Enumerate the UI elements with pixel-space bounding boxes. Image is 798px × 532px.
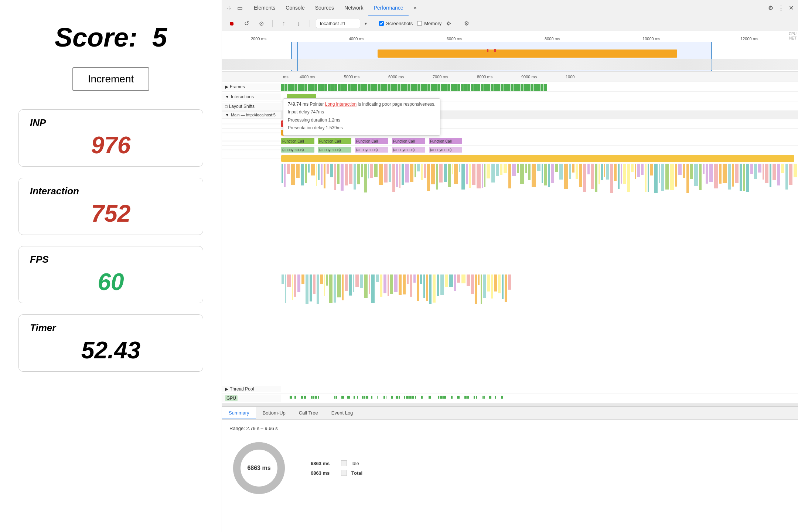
range-text: Range: 2.79 s – 9.66 s	[229, 426, 791, 431]
anon-3[interactable]: (anonymous)	[355, 147, 388, 153]
fps-label: FPS	[30, 254, 192, 265]
bottom-panel: Summary Bottom-Up Call Tree Event Log Ra…	[222, 406, 798, 532]
legend-total-ms: 6863 ms	[311, 470, 337, 476]
dropdown-icon[interactable]: ▾	[365, 21, 367, 26]
timer-value: 52.43	[30, 337, 192, 364]
func-call-5[interactable]: Function Call	[429, 138, 462, 144]
record-icon[interactable]: ⏺	[226, 18, 237, 29]
thread-pool-content	[281, 385, 798, 393]
devtools-icons: ⚙ ⋮ ✕	[768, 4, 794, 12]
yellow-bar-content	[281, 154, 798, 163]
tab-event-log[interactable]: Event Log	[325, 407, 360, 419]
content-ruler: ms 4000 ms 5000 ms 6000 ms 7000 ms 8000 …	[222, 72, 798, 82]
bottom-content: Range: 2.79 s – 9.66 s 6863 ms 6863 ms I…	[222, 420, 798, 532]
ruler-tick-4000: 4000 ms	[349, 37, 364, 41]
frames-collapse-icon[interactable]: ▶	[225, 84, 228, 89]
memory-checkbox-group: Memory	[417, 21, 441, 26]
timer-label: Timer	[30, 322, 192, 334]
content-ruler-4000: 4000 ms	[300, 75, 315, 79]
tab-console[interactable]: Console	[280, 0, 310, 16]
gpu-content: let gpuHtml = ''; for(let i=0;i<80;i++){…	[281, 393, 798, 403]
settings-icon[interactable]: ⚙	[768, 4, 773, 11]
summary-content: 6863 ms 6863 ms Idle 6863 ms Total	[229, 439, 791, 498]
legend-idle-ms: 6863 ms	[311, 461, 337, 466]
more-icon[interactable]: ⋮	[778, 4, 784, 12]
timer-card: Timer 52.43	[18, 314, 203, 372]
func-call-3[interactable]: Function Call	[355, 138, 388, 144]
anon-4[interactable]: (anonymous)	[392, 147, 425, 153]
legend-idle-label: Idle	[351, 461, 359, 466]
gpu-track-row: GPU let gpuHtml = ''; for(let i=0;i<80;i…	[222, 393, 798, 403]
anon-2[interactable]: (anonymous)	[318, 147, 351, 153]
cpu-label: CPU	[789, 32, 797, 36]
frames-track-row: ▶ Frames document.currentScript.insertAd…	[222, 82, 798, 92]
tab-network[interactable]: Network	[339, 0, 368, 16]
frames-label: ▶ Frames	[222, 83, 281, 90]
timeline-scrollbar[interactable]	[222, 403, 798, 406]
main-collapse-icon[interactable]: ▼	[225, 112, 229, 117]
frames-content: document.currentScript.insertAdjacentHTM…	[281, 83, 798, 91]
thread-pool-expand-icon[interactable]: ▶	[225, 386, 228, 392]
tab-performance[interactable]: Performance	[368, 0, 408, 16]
network-icon[interactable]: ⛭	[446, 20, 452, 27]
devtools-topbar: ⊹ ▭ Elements Console Sources Network Per…	[222, 0, 798, 16]
content-ruler-8000: 8000 ms	[477, 75, 492, 79]
increment-button[interactable]: Increment	[72, 67, 150, 91]
func-call-4[interactable]: Function Call	[392, 138, 425, 144]
timeline-overview[interactable]	[222, 42, 798, 72]
tab-summary[interactable]: Summary	[222, 407, 256, 419]
tab-more[interactable]: »	[409, 0, 422, 16]
device-icon[interactable]: ▭	[237, 4, 243, 11]
main-thread-label: ▼ Main — http://localhost:5	[222, 112, 281, 118]
func-call-1[interactable]: Function Call	[281, 138, 314, 144]
cpu-overview-bar	[378, 50, 677, 58]
content-ruler-ms: ms	[283, 75, 289, 79]
yellow-bar-label-empty	[222, 158, 281, 159]
flame-chart-detail: const colors = ['#f5a623','#8bc34a','#ce…	[222, 163, 798, 385]
flame-details: const colors = ['#f5a623','#8bc34a','#ce…	[281, 163, 798, 385]
tab-bottom-up[interactable]: Bottom-Up	[256, 407, 292, 419]
interaction-card: Interaction 752	[18, 178, 203, 235]
tab-sources[interactable]: Sources	[310, 0, 339, 16]
close-icon[interactable]: ✕	[789, 4, 794, 11]
red-markers	[487, 49, 496, 52]
summary-legend: 6863 ms Idle 6863 ms Total	[311, 460, 362, 476]
devtools-panel: ⊹ ▭ Elements Console Sources Network Per…	[222, 0, 798, 532]
selection-right-handle[interactable]	[712, 42, 712, 71]
interaction-value: 752	[30, 200, 192, 227]
ruler-tick-8000: 8000 ms	[545, 37, 560, 41]
capture-settings-icon[interactable]: ⚙	[464, 20, 469, 27]
anonymous-content: (anonymous) (anonymous) (anonymous) (ano…	[281, 146, 798, 154]
popup-presentation-delay: Presentation delay 1.539ms	[288, 124, 436, 132]
interaction-popup: 749.74 ms Pointer Long interaction is in…	[283, 98, 440, 136]
memory-label: Memory	[424, 21, 441, 26]
download-icon[interactable]: ↓	[293, 18, 304, 29]
screenshots-checkbox[interactable]	[379, 21, 384, 26]
layout-shifts-icon[interactable]: □	[225, 104, 228, 109]
url-input[interactable]: localhost #1	[316, 19, 360, 28]
popup-link[interactable]: Long interaction	[325, 102, 357, 107]
selection-left-handle[interactable]	[297, 42, 298, 71]
devtools-tabs: Elements Console Sources Network Perform…	[249, 0, 422, 16]
left-panel: Score: 5 Increment INP 976 Interaction 7…	[0, 0, 222, 532]
gpu-label: GPU	[222, 395, 281, 402]
func-call-2[interactable]: Function Call	[318, 138, 351, 144]
legend-total-swatch	[341, 470, 347, 476]
legend-idle: 6863 ms Idle	[311, 460, 362, 466]
thread-pool-row[interactable]: ▶ Thread Pool	[222, 385, 798, 393]
memory-checkbox[interactable]	[417, 21, 422, 26]
screenshots-label: Screenshots	[386, 21, 413, 26]
interactions-collapse-icon[interactable]: ▼	[225, 94, 229, 99]
anon-5[interactable]: (anonymous)	[429, 147, 462, 153]
inp-value: 976	[30, 132, 192, 159]
gpu-bars: let gpuHtml = ''; for(let i=0;i<80;i++){…	[281, 396, 798, 399]
inspect-icon[interactable]: ⊹	[226, 4, 231, 11]
fps-value: 60	[30, 268, 192, 296]
tab-call-tree[interactable]: Call Tree	[292, 407, 325, 419]
anon-1[interactable]: (anonymous)	[281, 147, 314, 153]
reload-icon[interactable]: ↺	[241, 18, 252, 29]
clear-icon[interactable]: ⊘	[256, 18, 266, 29]
ruler-tick-12000: 12000 ms	[740, 37, 758, 41]
upload-icon[interactable]: ↑	[279, 18, 289, 29]
tab-elements[interactable]: Elements	[249, 0, 280, 16]
